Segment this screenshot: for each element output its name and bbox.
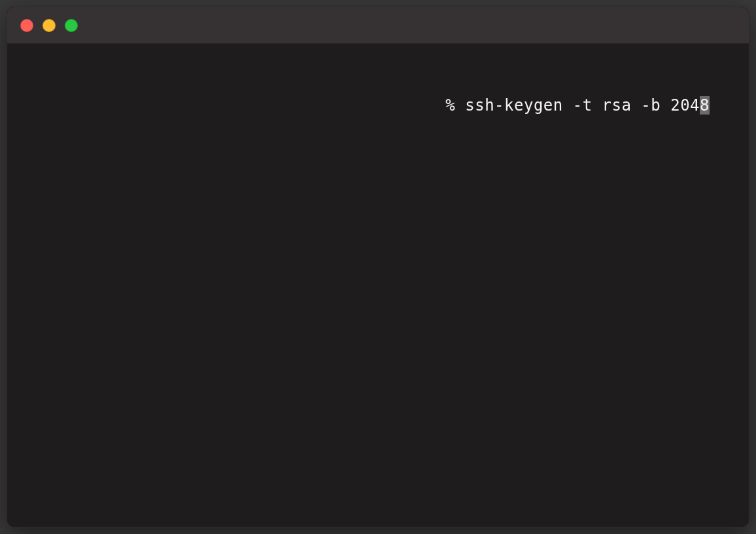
- titlebar[interactable]: [7, 7, 749, 44]
- terminal-body[interactable]: % ssh-keygen -t rsa -b 2048: [7, 44, 749, 527]
- command-line[interactable]: % ssh-keygen -t rsa -b 2048: [7, 96, 710, 115]
- cursor: 8: [700, 96, 710, 115]
- minimize-button[interactable]: [43, 19, 56, 32]
- close-button[interactable]: [20, 19, 33, 32]
- terminal-window: % ssh-keygen -t rsa -b 2048: [7, 7, 749, 527]
- command-text: ssh-keygen -t rsa -b 204: [465, 96, 700, 115]
- maximize-button[interactable]: [65, 19, 78, 32]
- shell-prompt: %: [445, 96, 465, 115]
